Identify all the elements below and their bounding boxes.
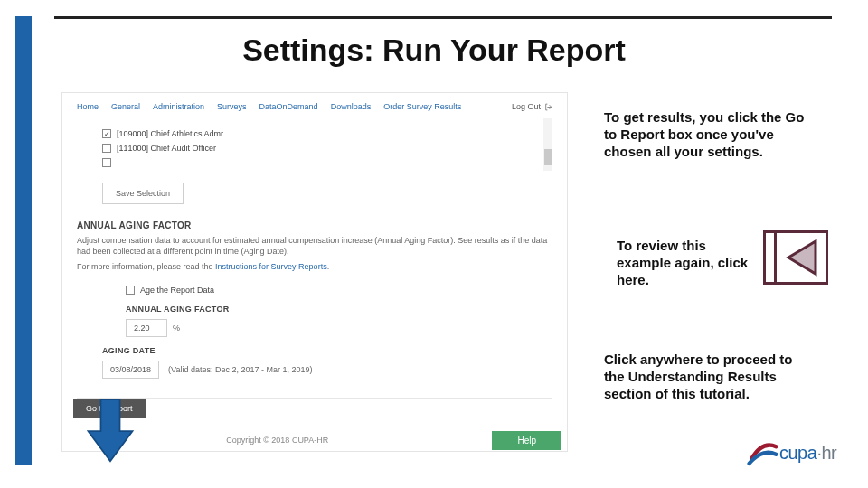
nav-item[interactable]: Order Survey Results: [383, 102, 461, 111]
list-item-label: [109000] Chief Athletics Admr: [117, 129, 223, 138]
aging-factor-heading: ANNUAL AGING FACTOR: [77, 221, 552, 230]
instructions-link[interactable]: Instructions for Survey Reports: [215, 262, 327, 271]
back-button[interactable]: [763, 230, 828, 285]
list-scrollbar[interactable]: [543, 118, 552, 171]
aging-date-input[interactable]: 03/08/2018: [102, 361, 159, 379]
help-button[interactable]: Help: [492, 431, 561, 450]
age-report-row[interactable]: Age the Report Data: [77, 283, 552, 297]
list-item[interactable]: [109000] Chief Athletics Admr: [77, 127, 552, 141]
percent-label: %: [173, 324, 180, 333]
checkbox-icon[interactable]: [102, 158, 111, 167]
aging-factor-description: Adjust compensation data to account for …: [77, 235, 552, 257]
checkbox-icon[interactable]: [102, 144, 111, 153]
nav-item[interactable]: Home: [77, 102, 99, 111]
aging-date-subhead: AGING DATE: [102, 346, 552, 355]
arrow-down-icon: [83, 399, 137, 463]
screenshot-footer: Copyright © 2018 CUPA-HR Help: [62, 429, 567, 451]
callout-proceed: Click anywhere to proceed to the Underst…: [604, 351, 814, 403]
app-nav: Home General Administration Surveys Data…: [77, 99, 552, 117]
list-item[interactable]: [111000] Chief Audit Officer: [77, 141, 552, 155]
nav-item[interactable]: General: [111, 102, 140, 111]
aging-factor-input[interactable]: 2.20: [126, 319, 167, 337]
callout-review-example: To review this example again, click here…: [617, 237, 752, 289]
divider: [77, 398, 552, 399]
nav-item[interactable]: DataOnDemand: [259, 102, 318, 111]
slide[interactable]: Settings: Run Your Report Home General A…: [0, 0, 868, 488]
factor-subhead: ANNUAL AGING FACTOR: [126, 305, 552, 314]
label: Log Out: [512, 102, 541, 111]
logout-icon: [544, 103, 552, 111]
back-bar-icon: [766, 233, 777, 282]
cupa-hr-logo: cupa·hr: [747, 434, 846, 472]
screenshot-panel: Home General Administration Surveys Data…: [61, 92, 568, 452]
left-accent-bar: [15, 16, 32, 465]
nav-item[interactable]: Administration: [153, 102, 204, 111]
checkbox-icon[interactable]: [126, 286, 135, 295]
page-title: Settings: Run Your Report: [0, 33, 868, 68]
divider: [77, 427, 552, 427]
label: Age the Report Data: [140, 286, 214, 295]
nav-item[interactable]: Downloads: [331, 102, 372, 111]
callout-go-to-report: To get results, you click the Go to Repo…: [604, 108, 814, 161]
list-item-label: [111000] Chief Audit Officer: [117, 144, 216, 153]
nav-item[interactable]: Surveys: [217, 102, 247, 111]
logo-swoosh-icon: [747, 437, 778, 468]
logout-link[interactable]: Log Out: [512, 102, 552, 111]
save-selection-button[interactable]: Save Selection: [102, 183, 184, 204]
valid-dates-hint: (Valid dates: Dec 2, 2017 - Mar 1, 2019): [168, 365, 312, 374]
triangle-left-icon: [781, 238, 821, 277]
checkbox-icon[interactable]: [102, 129, 111, 138]
position-list: [109000] Chief Athletics Admr [111000] C…: [77, 127, 552, 170]
aging-more-info: For more information, please read the In…: [77, 261, 552, 272]
top-rule: [54, 16, 832, 19]
list-item[interactable]: [77, 155, 552, 170]
